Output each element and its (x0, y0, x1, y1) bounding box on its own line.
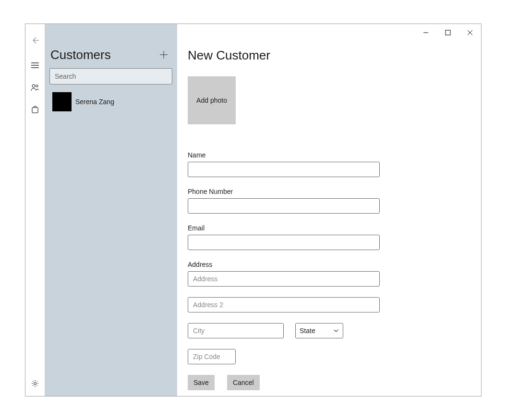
back-button[interactable] (25, 31, 45, 50)
minimize-button[interactable] (415, 25, 437, 40)
cancel-button[interactable]: Cancel (227, 375, 260, 390)
sidebar: Customers Serena Zang (45, 24, 177, 396)
name-label: Name (188, 151, 481, 159)
email-input[interactable] (188, 235, 380, 250)
hamburger-icon (31, 62, 39, 68)
back-arrow-icon (31, 36, 39, 45)
svg-rect-5 (32, 108, 38, 113)
app-window: Customers Serena Zang (25, 24, 482, 396)
state-select[interactable]: State (295, 323, 343, 338)
email-label: Email (188, 224, 481, 232)
customer-name: Serena Zang (75, 98, 114, 106)
add-photo-label: Add photo (196, 96, 227, 104)
gear-icon (31, 380, 39, 387)
close-icon (467, 30, 473, 36)
add-photo-button[interactable]: Add photo (188, 76, 236, 124)
svg-point-6 (34, 383, 36, 385)
address2-input[interactable] (188, 297, 380, 312)
phone-label: Phone Number (188, 188, 481, 195)
city-state-row: State (188, 323, 481, 338)
svg-point-4 (36, 85, 38, 87)
sidebar-title: Customers (50, 48, 111, 62)
nav-item-settings[interactable] (25, 374, 45, 393)
save-button[interactable]: Save (188, 375, 215, 390)
form-group-name: Name (188, 151, 481, 177)
main-content: New Customer Add photo Name Phone Number… (177, 24, 481, 396)
form-group-phone: Phone Number (188, 188, 481, 214)
titlebar (415, 24, 481, 41)
nav-item-bag[interactable] (25, 100, 45, 119)
city-input[interactable] (188, 323, 284, 338)
avatar (52, 92, 72, 111)
menu-button[interactable] (25, 56, 45, 75)
svg-rect-10 (446, 30, 450, 35)
people-icon (31, 84, 39, 91)
close-button[interactable] (459, 25, 481, 40)
page-title: New Customer (188, 48, 481, 63)
minimize-icon (423, 30, 429, 36)
form-group-address: Address (188, 261, 481, 312)
nav-rail (25, 24, 45, 396)
name-input[interactable] (188, 162, 380, 177)
add-customer-button[interactable] (156, 47, 171, 62)
zip-row (188, 349, 481, 364)
button-row: Save Cancel (188, 375, 481, 390)
customer-list: Serena Zang (49, 91, 172, 112)
bag-icon (32, 106, 38, 113)
search-input[interactable] (49, 68, 172, 84)
phone-input[interactable] (188, 198, 380, 214)
nav-item-people[interactable] (25, 78, 45, 97)
list-item[interactable]: Serena Zang (49, 91, 172, 112)
address1-input[interactable] (188, 271, 380, 287)
address-label: Address (188, 261, 481, 268)
svg-point-3 (32, 84, 35, 87)
plus-icon (159, 50, 168, 59)
sidebar-header: Customers (49, 47, 172, 68)
zip-input[interactable] (188, 349, 236, 364)
state-selected-label: State (300, 327, 315, 335)
maximize-icon (445, 30, 451, 36)
maximize-button[interactable] (437, 25, 459, 40)
form-group-email: Email (188, 224, 481, 250)
chevron-down-icon (333, 329, 339, 333)
